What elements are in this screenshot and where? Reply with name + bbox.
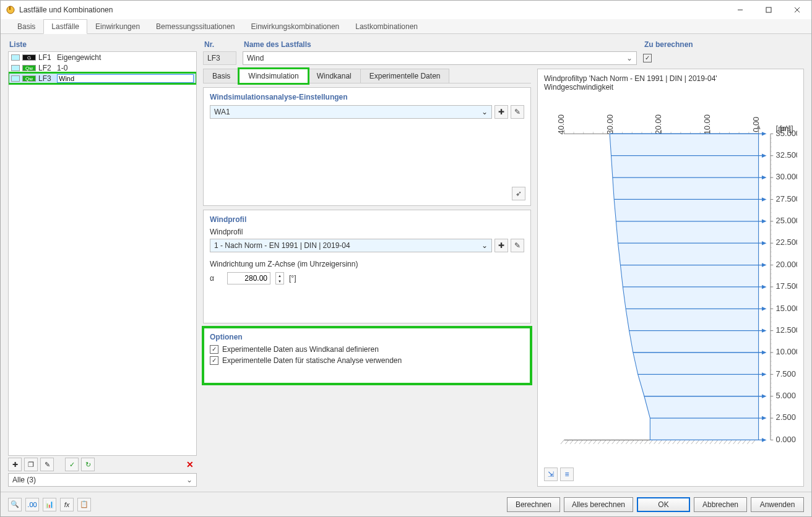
svg-line-165 bbox=[659, 440, 662, 443]
profile-panel-title: Windprofil bbox=[210, 215, 524, 224]
option2-checkbox[interactable]: ✓ bbox=[210, 356, 218, 365]
svg-line-184 bbox=[747, 440, 750, 443]
row-id: LF3 bbox=[38, 74, 54, 83]
name-label: Name des Lastfalls bbox=[243, 39, 637, 51]
alpha-input[interactable] bbox=[227, 272, 270, 284]
svg-text:5.000: 5.000 bbox=[776, 391, 796, 400]
new-item-button[interactable]: ✚ bbox=[8, 458, 22, 471]
list-item-LF3[interactable]: QwLF3 bbox=[9, 73, 196, 83]
nr-field: LF3 bbox=[203, 51, 236, 65]
svg-line-169 bbox=[677, 440, 680, 443]
window-title: Lastfälle und Kombinationen bbox=[19, 6, 726, 14]
svg-line-155 bbox=[612, 440, 615, 443]
edit-item-button[interactable]: ✎ bbox=[40, 458, 54, 471]
svg-text:[m]: [m] bbox=[780, 124, 791, 133]
svg-line-182 bbox=[738, 440, 741, 443]
svg-line-179 bbox=[724, 440, 727, 443]
svg-line-147 bbox=[575, 440, 578, 443]
units-button[interactable]: 📊 bbox=[43, 498, 56, 511]
svg-text:17.500: 17.500 bbox=[776, 281, 797, 291]
svg-text:40.00: 40.00 bbox=[556, 114, 566, 134]
tab-lastfälle[interactable]: Lastfälle bbox=[43, 19, 87, 34]
chevron-down-icon: ⌄ bbox=[482, 108, 488, 116]
list-item-LF1[interactable]: GLF1Eigengewicht bbox=[9, 52, 196, 62]
list-item-LF2[interactable]: QwLF21-0 bbox=[9, 62, 196, 73]
chart-export-button[interactable]: ⇲ bbox=[544, 468, 558, 481]
decimals-button[interactable]: .00 bbox=[25, 498, 39, 511]
options-title: Optionen bbox=[210, 333, 524, 341]
alpha-symbol: α bbox=[210, 274, 222, 283]
list-filter-combo[interactable]: Alle (3) ⌄ bbox=[8, 473, 197, 487]
delete-item-button[interactable]: ✕ bbox=[183, 458, 197, 471]
chart-print-button[interactable]: ≡ bbox=[560, 468, 574, 481]
calculate-all-button[interactable]: Alles berechnen bbox=[564, 497, 633, 512]
svg-line-148 bbox=[579, 440, 582, 443]
calculate-button[interactable]: Berechnen bbox=[507, 497, 560, 512]
subtab-windkanal[interactable]: Windkanal bbox=[308, 69, 361, 83]
svg-rect-3 bbox=[766, 7, 771, 12]
name-combo[interactable]: Wind ⌄ bbox=[243, 51, 637, 65]
tab-einwirkungskombinationen[interactable]: Einwirkungskombinationen bbox=[243, 19, 348, 33]
calc-label: Zu berechnen bbox=[643, 39, 804, 51]
profile-new-button[interactable]: ✚ bbox=[495, 239, 508, 252]
row-name-input[interactable] bbox=[57, 74, 194, 83]
subtab-windsimulation[interactable]: Windsimulation bbox=[239, 69, 308, 83]
svg-line-156 bbox=[616, 440, 620, 443]
svg-line-176 bbox=[710, 440, 713, 443]
subtab-experimentelle-daten[interactable]: Experimentelle Daten bbox=[360, 69, 450, 83]
row-id: LF1 bbox=[38, 53, 54, 62]
tab-lastkombinationen[interactable]: Lastkombinationen bbox=[347, 19, 426, 33]
list-toolbar: ✚ ❐ ✎ ✓ ↻ ✕ bbox=[8, 456, 197, 473]
refresh-button[interactable]: ↻ bbox=[81, 458, 95, 471]
tab-bemessungssituationen[interactable]: Bemessungssituationen bbox=[148, 19, 243, 33]
svg-line-145 bbox=[565, 440, 568, 443]
svg-line-171 bbox=[686, 440, 689, 443]
settings-pick-button[interactable]: ➶ bbox=[512, 187, 525, 200]
close-button[interactable] bbox=[783, 1, 811, 19]
check-button[interactable]: ✓ bbox=[65, 458, 79, 471]
chart-subtitle: Windgeschwindigkeit bbox=[544, 83, 797, 92]
cancel-button[interactable]: Abbrechen bbox=[694, 497, 747, 512]
settings-title: Windsimulationsanalyse-Einstellungen bbox=[210, 93, 524, 101]
profile-edit-button[interactable]: ✎ bbox=[511, 239, 524, 252]
svg-line-149 bbox=[584, 440, 587, 443]
calc-checkbox[interactable]: ✓ bbox=[643, 54, 652, 62]
svg-text:30.00: 30.00 bbox=[605, 114, 615, 134]
svg-line-146 bbox=[570, 440, 573, 443]
svg-line-170 bbox=[682, 440, 685, 443]
swatch-icon bbox=[11, 75, 20, 82]
settings-new-button[interactable]: ✚ bbox=[495, 105, 508, 119]
list-header: Liste bbox=[8, 39, 197, 51]
settings-combo[interactable]: WA1 ⌄ bbox=[210, 105, 492, 119]
tab-basis[interactable]: Basis bbox=[9, 19, 43, 33]
ok-button[interactable]: OK bbox=[637, 497, 690, 512]
svg-line-159 bbox=[631, 440, 634, 443]
maximize-button[interactable] bbox=[754, 1, 783, 19]
swatch-icon bbox=[11, 54, 20, 61]
alpha-spinner[interactable]: ▲▼ bbox=[275, 272, 284, 284]
svg-line-166 bbox=[663, 440, 667, 443]
subtab-basis[interactable]: Basis bbox=[203, 69, 240, 83]
svg-line-183 bbox=[743, 440, 746, 443]
copy-item-button[interactable]: ❐ bbox=[24, 458, 38, 471]
svg-line-173 bbox=[696, 440, 699, 443]
info-button[interactable]: 🔍 bbox=[8, 498, 22, 511]
svg-line-151 bbox=[594, 440, 597, 443]
tab-einwirkungen[interactable]: Einwirkungen bbox=[87, 19, 148, 33]
option1-checkbox[interactable]: ✓ bbox=[210, 345, 218, 354]
svg-text:12.500: 12.500 bbox=[776, 325, 797, 335]
settings-edit-button[interactable]: ✎ bbox=[511, 105, 524, 119]
svg-text:2.500: 2.500 bbox=[776, 412, 796, 422]
swatch-icon bbox=[11, 65, 20, 71]
profile-combo[interactable]: 1 - Nach Norm - EN 1991 | DIN | 2019-04 … bbox=[210, 239, 492, 252]
script-button[interactable]: fx bbox=[60, 498, 74, 511]
minimize-button[interactable] bbox=[726, 1, 754, 19]
apply-button[interactable]: Anwenden bbox=[751, 497, 804, 512]
svg-rect-1 bbox=[9, 6, 11, 10]
svg-line-175 bbox=[705, 440, 708, 443]
chevron-down-icon: ⌄ bbox=[626, 54, 633, 62]
svg-line-152 bbox=[598, 440, 601, 443]
clipboard-button[interactable]: 📋 bbox=[77, 498, 91, 511]
svg-text:27.500: 27.500 bbox=[776, 194, 797, 203]
row-name: Eigengewicht bbox=[57, 53, 101, 62]
